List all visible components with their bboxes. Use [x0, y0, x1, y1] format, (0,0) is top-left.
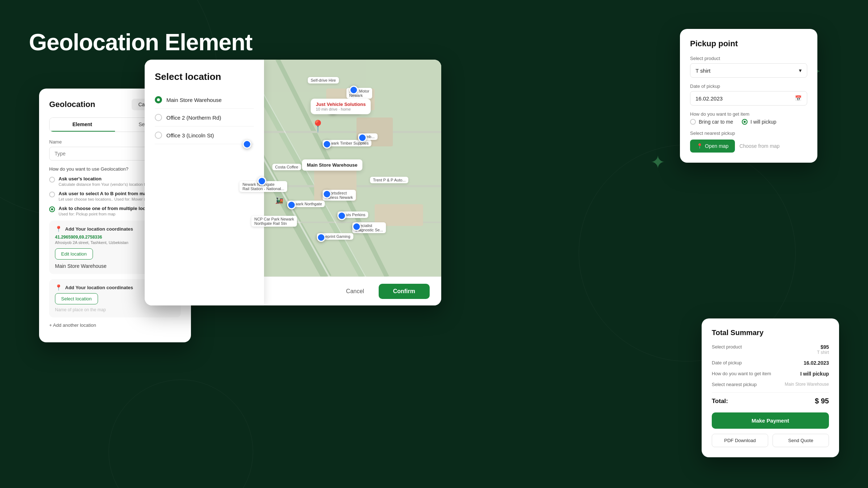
- product-label: Select product: [690, 56, 807, 61]
- option-3-label: Ask to choose one of from multiple locat…: [59, 206, 157, 211]
- location-option-3[interactable]: Office 3 (Lincoln St): [155, 127, 254, 144]
- map-label-self-drive: Self-drive Hire: [308, 77, 339, 84]
- bubble-name: Just Vehicle Solutions: [316, 102, 366, 107]
- date-label: Date of pickup: [690, 84, 807, 89]
- date-value: 16.02.2023: [695, 95, 723, 102]
- pin-icon-2: 📍: [55, 284, 62, 291]
- map-confirm-button[interactable]: Confirm: [379, 284, 430, 299]
- open-map-label: Open map: [705, 143, 728, 149]
- radio-will-pickup: [742, 119, 748, 125]
- pickup-title: Pickup point: [690, 39, 807, 48]
- summary-product-sub: T shirt: [817, 350, 829, 355]
- tab-element[interactable]: Element: [50, 118, 115, 132]
- summary-divider: [712, 392, 829, 393]
- pickup-map-buttons: 📍 Open map Choose from map: [690, 140, 807, 153]
- summary-product-value: $95: [817, 344, 829, 350]
- map-label-costa: Costa Coffee: [272, 164, 301, 170]
- option-radio-2: [155, 114, 162, 121]
- map-marker-northgate: [258, 177, 266, 185]
- summary-row-pickup: Select nearest pickup Main Store Warehou…: [712, 382, 829, 387]
- location-option-1[interactable]: Main Store Warehouse: [155, 91, 254, 109]
- make-payment-button[interactable]: Make Payment: [712, 412, 829, 429]
- location-icon: 📍: [697, 143, 703, 149]
- radio-dot-3: [49, 206, 55, 212]
- map-label-trent: Trent P & P Auto...: [370, 177, 408, 183]
- map-marker-blueprint: [317, 233, 326, 242]
- location-1-label: Add Your location coordinates: [65, 226, 133, 232]
- map-store-tooltip: Main Store Warehouse: [302, 159, 363, 171]
- bring-car-label: Bring car to me: [699, 119, 733, 125]
- summary-action-row: PDF Download Send Quote: [712, 434, 829, 447]
- summary-total-value: $ 95: [815, 397, 829, 405]
- pin-icon-1: 📍: [55, 226, 62, 232]
- summary-pickup-label: Select nearest pickup: [712, 382, 757, 387]
- map-marker-newark-northgate: [287, 201, 296, 209]
- summary-how-value: I will pickup: [800, 371, 829, 377]
- product-select[interactable]: T shirt ▾: [690, 63, 807, 78]
- option-radio-1: [155, 96, 162, 103]
- option-3-sub: Used for: Pickup point from map: [59, 212, 157, 216]
- map-marker-smc: [349, 86, 358, 94]
- will-pickup-label: I will pickup: [750, 119, 776, 125]
- nearest-pickup-label: Select nearest pickup: [690, 130, 807, 136]
- select-location-title: Select location: [155, 71, 254, 82]
- map-cancel-button[interactable]: Cancel: [337, 284, 373, 299]
- add-location-button[interactable]: + Add another location: [49, 322, 181, 328]
- radio-dot-2: [49, 192, 55, 197]
- select-location-button[interactable]: Select location: [55, 293, 98, 304]
- summary-how-label: How do you want to get item: [712, 371, 771, 376]
- date-field[interactable]: 16.02.2023 📅: [690, 91, 807, 106]
- summary-date-label: Date of pickup: [712, 360, 742, 365]
- map-pin-jvs: 📍: [311, 120, 325, 132]
- geo-panel-title: Geolocation: [49, 100, 95, 109]
- summary-row-how: How do you want to get item I will picku…: [712, 371, 829, 377]
- map-label-ncp: NCP Car Park NewarkNorthgate Rail Stn: [251, 216, 297, 227]
- location-2-label: Add Your location coordinates: [65, 285, 133, 290]
- option-will-pickup[interactable]: I will pickup: [742, 119, 776, 125]
- option-radio-3: [155, 132, 162, 139]
- calendar-icon: 📅: [795, 95, 802, 102]
- summary-row-date: Date of pickup 16.02.2023: [712, 360, 829, 366]
- map-marker-sportsdirect: [323, 190, 331, 198]
- radio-bring-car: [690, 119, 696, 125]
- map-panel: Self-drive Hire SMC MotorNewark Z Cars N…: [145, 60, 441, 305]
- summary-total-label: Total:: [712, 398, 728, 405]
- summary-title: Total Summary: [712, 329, 829, 337]
- get-item-options: Bring car to me I will pickup: [690, 119, 807, 125]
- chevron-down-icon: ▾: [799, 67, 802, 74]
- map-marker-local: [243, 140, 251, 149]
- how-get-label: How do you want to get item: [690, 111, 807, 117]
- map-marker-timber: [323, 140, 331, 149]
- send-quote-button[interactable]: Send Quote: [773, 434, 829, 447]
- location-2-placeholder: Name of place on the map: [55, 307, 175, 312]
- radio-dot-1: [49, 177, 55, 183]
- page-title: Geolocation Element: [29, 29, 252, 56]
- option-label-3: Office 3 (Lincoln St): [166, 132, 214, 138]
- summary-row-product: Select product $95 T shirt: [712, 344, 829, 355]
- pdf-download-button[interactable]: PDF Download: [712, 434, 768, 447]
- map-marker-travis: [337, 211, 346, 220]
- map-info-bubble: Just Vehicle Solutions 10 min drive · ho…: [311, 99, 371, 114]
- option-label-2: Office 2 (Northerm Rd): [166, 115, 221, 121]
- option-bring-car[interactable]: Bring car to me: [690, 119, 733, 125]
- pickup-panel: Pickup point Select product T shirt ▾ Da…: [680, 29, 817, 163]
- summary-total-row: Total: $ 95: [712, 397, 829, 405]
- map-marker-specialist: [352, 222, 361, 231]
- summary-date-value: 16.02.2023: [804, 360, 829, 366]
- product-value: T shirt: [695, 68, 710, 74]
- edit-location-button[interactable]: Edit location: [55, 248, 93, 260]
- choose-from-map-button[interactable]: Choose from map: [739, 140, 779, 153]
- deco-star-1: ✦: [650, 152, 665, 173]
- summary-product-label: Select product: [712, 344, 742, 350]
- summary-panel: Total Summary Select product $95 T shirt…: [702, 318, 839, 457]
- bubble-detail: 10 min drive · home: [316, 107, 366, 111]
- summary-pickup-sub: Main Store Warehouse: [785, 382, 829, 387]
- option-label-1: Main Store Warehouse: [166, 97, 222, 103]
- location-option-2[interactable]: Office 2 (Northerm Rd): [155, 109, 254, 127]
- open-map-button[interactable]: 📍 Open map: [690, 140, 735, 153]
- rail-symbol: 🚂: [275, 196, 283, 204]
